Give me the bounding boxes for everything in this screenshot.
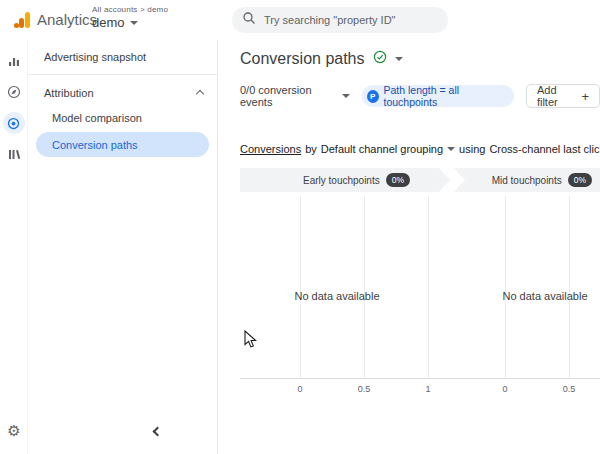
breadcrumb: All accounts > demo <box>92 5 168 14</box>
app-name: Analytics <box>37 11 97 28</box>
library-icon[interactable] <box>3 143 25 165</box>
segment-percent-badge: 0% <box>386 173 410 187</box>
segment-early-touchpoints[interactable]: Early touchpoints 0% <box>240 168 450 192</box>
path-length-chip[interactable]: P Path length = all touchpoints <box>362 85 514 107</box>
mouse-cursor <box>244 330 257 353</box>
account-caret-icon <box>130 21 138 25</box>
dimension-caret-icon <box>447 147 455 151</box>
admin-gear-icon[interactable]: ⚙ <box>0 422 28 440</box>
conversion-events-dropdown[interactable]: 0/0 conversion events <box>240 84 350 108</box>
explore-icon[interactable] <box>3 81 25 103</box>
title-caret-icon[interactable] <box>395 57 403 61</box>
model-dropdown[interactable]: Cross-channel last click model <box>489 143 600 155</box>
reports-icon[interactable] <box>3 50 25 72</box>
sidebar-section-attribution[interactable]: Attribution <box>28 80 217 105</box>
sidebar-item-advertising-snapshot[interactable]: Advertising snapshot <box>28 44 217 69</box>
sidebar-divider <box>28 74 217 75</box>
search-input[interactable] <box>264 14 438 26</box>
sidebar-item-label: Model comparison <box>52 112 142 124</box>
add-filter-label: Add filter <box>537 84 576 108</box>
touchpoint-segments-banner: Early touchpoints 0% Mid touchpoints 0% <box>240 168 600 192</box>
advertising-icon[interactable] <box>3 112 25 134</box>
page-title: Conversion paths <box>240 50 365 68</box>
search-icon <box>242 11 256 29</box>
path-length-chip-icon: P <box>367 90 379 103</box>
controls-row: 0/0 conversion events P Path length = al… <box>240 84 600 108</box>
axis-tick: 0.5 <box>358 384 371 394</box>
analytics-logo-icon <box>12 10 32 34</box>
data-quality-check-icon[interactable] <box>373 50 387 68</box>
app-header: Analytics All accounts > demo demo <box>0 0 600 40</box>
gridline <box>428 196 429 378</box>
nav-rail: ⚙ <box>0 40 28 454</box>
chevron-up-icon <box>196 90 204 98</box>
segment-percent-badge: 0% <box>568 173 592 187</box>
sidebar-section-label: Attribution <box>44 87 94 99</box>
gridline <box>505 196 506 378</box>
sidebar-item-conversion-paths[interactable]: Conversion paths <box>36 132 209 157</box>
sidebar-item-label: Conversion paths <box>52 139 138 151</box>
gridline <box>364 196 365 378</box>
segment-label: Mid touchpoints <box>492 175 562 186</box>
segment-label: Early touchpoints <box>303 175 380 186</box>
dimension-dropdown[interactable]: Default channel grouping <box>321 143 443 155</box>
sidebar-item-model-comparison[interactable]: Model comparison <box>28 105 217 130</box>
axis-tick: 1 <box>425 384 430 394</box>
segment-mid-touchpoints[interactable]: Mid touchpoints 0% <box>454 168 600 192</box>
main-content: Conversion paths 0/0 conversion events P… <box>218 40 600 454</box>
chevron-left-icon <box>152 426 162 436</box>
report-by-text: by <box>305 143 317 155</box>
events-caret-icon <box>342 94 350 98</box>
path-length-chip-label: Path length = all touchpoints <box>384 84 504 108</box>
sidebar-collapse-button[interactable] <box>146 420 168 442</box>
conversion-events-label: 0/0 conversion events <box>240 84 337 108</box>
chart-empty-state: No data available <box>294 290 379 302</box>
axis-tick: 0 <box>502 384 507 394</box>
advertising-sidebar: Advertising snapshot Attribution Model c… <box>28 40 218 454</box>
gridline <box>569 196 570 378</box>
report-config-bar: Conversions by Default channel grouping … <box>240 143 600 155</box>
title-row: Conversion paths <box>240 50 403 68</box>
conversions-metric-link[interactable]: Conversions <box>240 143 301 155</box>
ga-app: Analytics All accounts > demo demo <box>0 0 600 454</box>
search-bar[interactable] <box>232 7 448 33</box>
axis-tick: 0 <box>297 384 302 394</box>
axis-tick: 0.5 <box>563 384 576 394</box>
gridline <box>300 196 301 378</box>
x-axis-line <box>240 378 600 379</box>
plus-icon: + <box>581 90 589 103</box>
account-switcher[interactable]: All accounts > demo demo <box>92 5 168 30</box>
chart-empty-state: No data available <box>502 290 587 302</box>
add-filter-button[interactable]: Add filter + <box>526 84 600 108</box>
report-using-text: using <box>459 143 485 155</box>
sidebar-item-label: Advertising snapshot <box>44 51 146 63</box>
property-name: demo <box>92 15 125 30</box>
